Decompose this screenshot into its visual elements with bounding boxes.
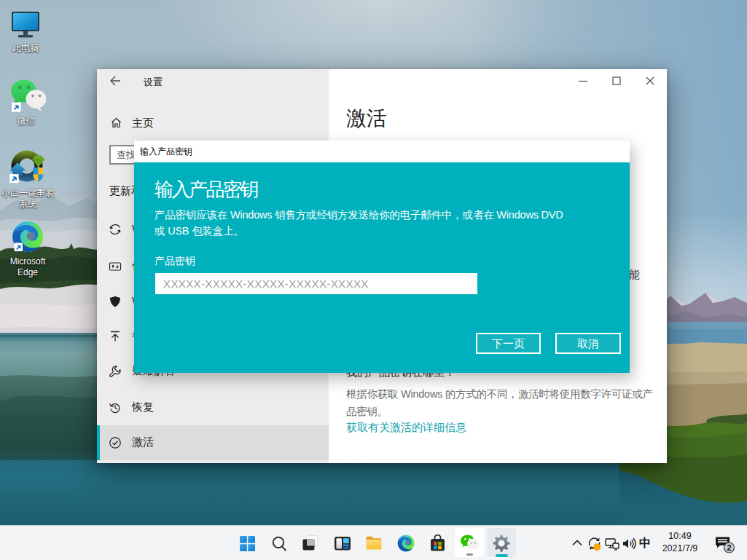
svg-text:2: 2 — [727, 543, 731, 552]
